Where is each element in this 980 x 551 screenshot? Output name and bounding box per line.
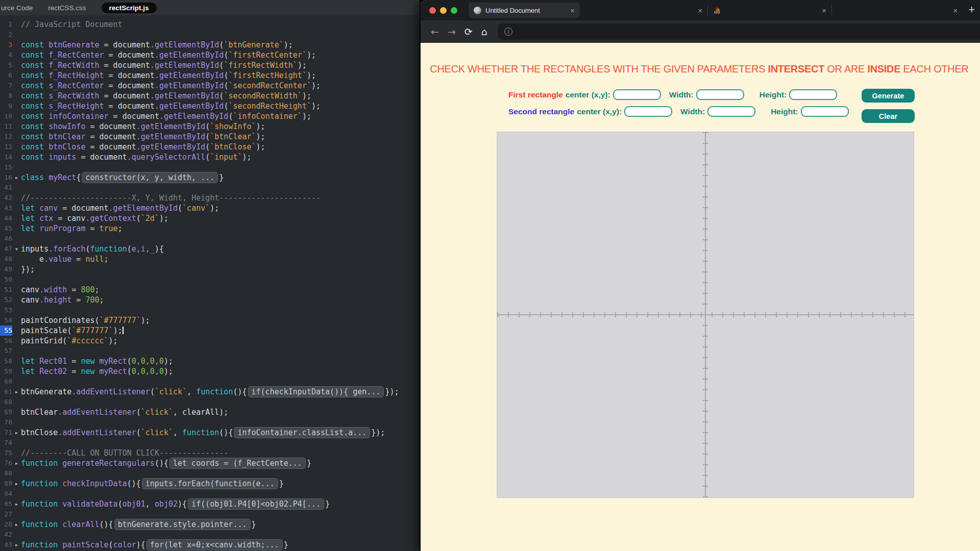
code-line[interactable]: 1// JavaScript Document — [0, 19, 420, 30]
code-line[interactable]: 59let Rect02 = new myRect(0,0,0,0); — [0, 366, 420, 377]
line-number[interactable]: 68 — [0, 397, 12, 407]
code-line[interactable]: 53 — [0, 305, 420, 315]
line-number[interactable]: 45 — [0, 223, 12, 234]
line-number[interactable]: 15 — [0, 162, 12, 172]
rect2-height-input[interactable] — [801, 106, 849, 117]
line-number[interactable]: 27 — [0, 509, 12, 519]
folded-code-pill[interactable]: let coords = (f_RectCente... — [170, 458, 305, 468]
code-line[interactable]: 11const showInfo = document.getElementBy… — [0, 121, 420, 132]
line-number[interactable]: 43 — [0, 540, 12, 550]
code-line[interactable]: 57 — [0, 346, 420, 356]
folded-code-pill[interactable]: btnGenerate.style.pointer... — [115, 519, 250, 530]
code-line[interactable]: 41 — [0, 183, 420, 193]
tab-close-icon[interactable]: × — [822, 7, 826, 14]
code-line[interactable]: 04 — [0, 489, 420, 499]
code-line[interactable]: 55paintScale(`#777777`); — [0, 325, 420, 336]
fold-closed-icon[interactable]: ▶ — [12, 499, 21, 510]
line-number[interactable]: 3 — [0, 40, 12, 50]
code-line[interactable]: 43let canv = document.getElementById(`ca… — [0, 203, 420, 213]
code-line[interactable]: 88 — [0, 468, 420, 479]
folded-code-pill[interactable]: if(checkInputData()){ gen... — [249, 387, 384, 397]
tab-close-icon[interactable]: × — [953, 7, 958, 14]
code-line[interactable]: 10const infoContainer = document.getElem… — [0, 111, 420, 121]
line-number[interactable]: 43 — [0, 203, 12, 213]
line-number[interactable]: 7 — [0, 81, 12, 91]
code-line[interactable]: 89▶function checkInputData(){inputs.forE… — [0, 479, 420, 489]
line-number[interactable]: 89 — [0, 479, 12, 489]
line-number[interactable]: 74 — [0, 438, 12, 448]
line-number[interactable]: 16 — [0, 172, 12, 183]
line-number[interactable]: 55 — [0, 325, 12, 336]
line-number[interactable]: 50 — [0, 274, 12, 285]
code-line[interactable]: 70 — [0, 417, 420, 428]
line-number[interactable]: 4 — [0, 50, 12, 60]
code-line[interactable]: 60 — [0, 377, 420, 387]
code-line[interactable]: 54paintCoordinates(`#777777`); — [0, 315, 420, 325]
line-number[interactable]: 49 — [0, 264, 12, 274]
code-line[interactable]: 13const btnClose = document.getElementBy… — [0, 142, 420, 152]
line-number[interactable]: 60 — [0, 377, 12, 387]
line-number[interactable]: 11 — [0, 121, 12, 132]
code-line[interactable]: 7const s_RectCenter = document.getElemen… — [0, 81, 420, 91]
browser-tab[interactable]: × — [832, 3, 963, 18]
line-number[interactable]: 51 — [0, 285, 12, 295]
code-line[interactable]: 71▶btnClose.addEventListener(`click`, fu… — [0, 428, 420, 438]
code-line[interactable]: 61▶btnGenerate.addEventListener(`click`,… — [0, 387, 420, 397]
browser-tab[interactable]: × — [580, 3, 707, 18]
fold-closed-icon[interactable]: ▶ — [12, 387, 21, 397]
editor-tab[interactable]: urce Code — [1, 4, 33, 12]
code-line[interactable]: 5const f_RectWidth = document.getElement… — [0, 60, 420, 70]
folded-code-pill[interactable]: for(let x=0;x<canv.width;... — [147, 540, 282, 550]
folded-code-pill[interactable]: constructor(x, y, width, ... — [82, 172, 217, 183]
line-number[interactable]: 70 — [0, 417, 12, 428]
code-line[interactable]: 58let Rect01 = new myRect(0,0,0,0); — [0, 356, 420, 366]
minimize-window-button[interactable] — [440, 7, 447, 14]
editor-tab[interactable]: rectScript.js — [102, 3, 157, 13]
code-line[interactable]: 8const s_RectWidth = document.getElement… — [0, 91, 420, 101]
code-line[interactable]: 75//--------CALL ON BUTTON CLICK--------… — [0, 448, 420, 458]
line-number[interactable]: 6 — [0, 70, 12, 81]
rect1-center-input[interactable] — [613, 89, 661, 100]
line-number[interactable]: 71 — [0, 428, 12, 438]
line-number[interactable]: 44 — [0, 213, 12, 223]
line-number[interactable]: 41 — [0, 183, 12, 193]
code-line[interactable]: 4const f_RectCenter = document.getElemen… — [0, 50, 420, 60]
url-input[interactable] — [517, 28, 980, 36]
new-tab-button[interactable]: + — [965, 3, 980, 17]
line-number[interactable]: 28 — [0, 519, 12, 530]
code-line[interactable]: 14const inputs = document.querySelectorA… — [0, 152, 420, 162]
code-line[interactable]: 12const btnClear = document.getElementBy… — [0, 132, 420, 142]
generate-button[interactable]: Generate — [862, 89, 915, 103]
rect2-center-input[interactable] — [624, 106, 672, 117]
line-number[interactable]: 8 — [0, 91, 12, 101]
clear-button[interactable]: Clear — [862, 109, 915, 123]
code-line[interactable]: 45let runProgram = true; — [0, 223, 420, 234]
code-line[interactable]: 9const s_RectHeight = document.getElemen… — [0, 101, 420, 111]
line-number[interactable]: 75 — [0, 448, 12, 458]
line-number[interactable]: 47 — [0, 244, 12, 254]
code-line[interactable]: 69btnClear.addEventListener(`click`, cle… — [0, 407, 420, 417]
code-line[interactable]: 6const f_RectHeight = document.getElemen… — [0, 70, 420, 81]
browser-tab[interactable]: × — [708, 3, 831, 18]
grid-canvas[interactable] — [497, 132, 914, 498]
forward-button[interactable]: → — [448, 27, 456, 37]
code-line[interactable]: 46 — [0, 234, 420, 244]
line-number[interactable]: 05 — [0, 499, 12, 509]
fold-closed-icon[interactable]: ▶ — [12, 479, 21, 489]
line-number[interactable]: 56 — [0, 336, 12, 346]
line-number[interactable]: 42 — [0, 530, 12, 540]
code-line[interactable]: 42//----------------------X, Y, Widht, H… — [0, 193, 420, 203]
code-line[interactable]: 47▼inputs.forEach(function(e,i,_){ — [0, 244, 420, 254]
editor-tab[interactable]: rectCSS.css — [48, 4, 86, 12]
code-line[interactable]: 05▶function validateData(obj01, obj02){i… — [0, 499, 420, 509]
line-number[interactable]: 69 — [0, 407, 12, 417]
line-number[interactable]: 14 — [0, 152, 12, 162]
line-number[interactable]: 57 — [0, 346, 12, 356]
line-number[interactable]: 5 — [0, 60, 12, 70]
line-number[interactable]: 9 — [0, 101, 12, 111]
line-number[interactable]: 53 — [0, 305, 12, 315]
line-number[interactable]: 54 — [0, 315, 12, 325]
rect1-height-input[interactable] — [789, 89, 837, 100]
home-button[interactable]: ⌂ — [481, 27, 487, 37]
fold-closed-icon[interactable]: ▶ — [12, 519, 21, 530]
